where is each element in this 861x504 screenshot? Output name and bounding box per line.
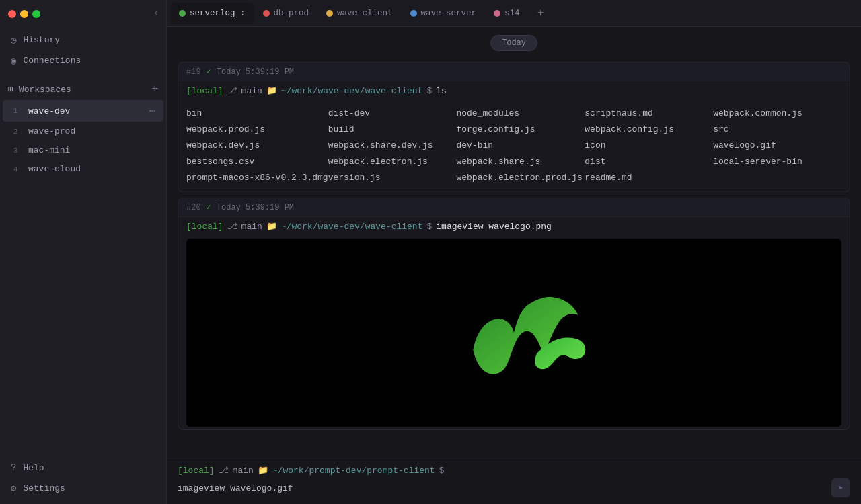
sidebar-collapse-button[interactable]: ‹ <box>153 7 159 19</box>
maximize-button[interactable] <box>32 10 40 18</box>
sidebar-item-settings[interactable]: ⚙ Settings <box>0 478 166 499</box>
connections-icon: ◉ <box>11 55 16 67</box>
history-icon: ◷ <box>11 34 16 46</box>
current-input-text[interactable]: imageview wavelogo.gif <box>178 483 293 493</box>
add-workspace-button[interactable]: + <box>151 83 158 95</box>
tab-db-prod[interactable]: db-prod <box>255 3 317 24</box>
tab-wave-client[interactable]: wave-client <box>318 3 401 24</box>
workspaces-section: ⊞ Workspaces + 1 wave-dev ⋯ 2 wave-prod … <box>0 74 166 181</box>
settings-icon: ⚙ <box>11 482 16 494</box>
window-controls <box>0 0 166 27</box>
input-dir-icon: 📁 <box>258 465 268 476</box>
workspace-item-mac-mini[interactable]: 3 mac-mini <box>3 141 163 159</box>
command-block-20: #20 ✓ Today 5:39:19 PM [local] ⎇ main 📁 … <box>178 198 850 430</box>
command-prompt-19: [local] ⎇ main 📁 ~/work/wave-dev/wave-cl… <box>178 81 850 100</box>
command-header-20: #20 ✓ Today 5:39:19 PM <box>178 198 850 217</box>
sidebar-bottom: ? Help ⚙ Settings <box>0 458 166 504</box>
sidebar-item-connections[interactable]: ◉ Connections <box>0 50 166 71</box>
workspaces-header: ⊞ Workspaces + <box>0 79 166 99</box>
workspace-more-icon[interactable]: ⋯ <box>149 104 155 118</box>
help-icon: ? <box>11 462 16 473</box>
add-tab-button[interactable]: + <box>532 5 550 22</box>
branch-icon: ⎇ <box>227 85 237 96</box>
workspaces-title: ⊞ Workspaces <box>8 84 71 95</box>
main-content: serverlog : db-prod wave-client wave-ser… <box>167 0 861 504</box>
workspace-item-wave-dev[interactable]: 1 wave-dev ⋯ <box>3 100 163 122</box>
send-icon: ➤ <box>838 483 843 493</box>
workspace-item-wave-prod[interactable]: 2 wave-prod <box>3 122 163 140</box>
workspace-item-wave-cloud[interactable]: 4 wave-cloud <box>3 160 163 178</box>
tab-dot-db-prod <box>263 10 270 17</box>
input-branch-icon: ⎇ <box>219 465 229 476</box>
input-line: [local] ⎇ main 📁 ~/work/prompt-dev/promp… <box>167 458 861 504</box>
sidebar: ◷ History ◉ Connections ⊞ Workspaces + 1… <box>0 0 167 504</box>
minimize-button[interactable] <box>20 10 28 18</box>
sidebar-item-help[interactable]: ? Help <box>0 458 166 478</box>
command-prompt-20: [local] ⎇ main 📁 ~/work/wave-dev/wave-cl… <box>178 217 850 236</box>
tab-dot-s14 <box>494 10 500 17</box>
ls-output-grid: bin dist-dev node_modules scripthaus.md … <box>186 106 841 186</box>
dir-icon-19: 📁 <box>266 85 277 96</box>
terminal-content[interactable]: Today #19 ✓ Today 5:39:19 PM [local] ⎇ m… <box>167 27 861 458</box>
tab-wave-server[interactable]: wave-server <box>402 3 485 24</box>
wave-logo-image <box>426 265 601 400</box>
close-button[interactable] <box>8 10 16 18</box>
branch-icon-20: ⎇ <box>227 221 237 232</box>
tab-s14[interactable]: s14 <box>486 3 528 24</box>
sidebar-item-connections-label: Connections <box>23 56 81 66</box>
traffic-lights <box>8 10 40 18</box>
tab-dot-serverlog <box>179 10 186 17</box>
sidebar-item-history-label: History <box>23 35 60 45</box>
workspaces-grid-icon: ⊞ <box>8 84 13 95</box>
tab-dot-wave-client <box>326 10 333 17</box>
dir-icon-20: 📁 <box>266 221 277 232</box>
sidebar-navigation: ◷ History ◉ Connections <box>0 27 166 74</box>
command-block-19: #19 ✓ Today 5:39:19 PM [local] ⎇ main 📁 … <box>178 62 850 192</box>
date-badge: Today <box>490 35 537 51</box>
image-output-block <box>186 239 841 427</box>
date-separator: Today <box>167 27 861 59</box>
send-button[interactable]: ➤ <box>831 478 850 497</box>
sidebar-item-history[interactable]: ◷ History <box>0 30 166 50</box>
tab-serverlog[interactable]: serverlog : <box>171 3 254 24</box>
command-header-19: #19 ✓ Today 5:39:19 PM <box>178 62 850 81</box>
tab-dot-wave-server <box>410 10 417 17</box>
input-prompt: [local] ⎇ main 📁 ~/work/prompt-dev/promp… <box>178 465 850 476</box>
input-field-area: imageview wavelogo.gif ➤ <box>178 478 850 497</box>
command-output-19: bin dist-dev node_modules scripthaus.md … <box>178 100 850 192</box>
tab-bar: serverlog : db-prod wave-client wave-ser… <box>167 0 861 27</box>
